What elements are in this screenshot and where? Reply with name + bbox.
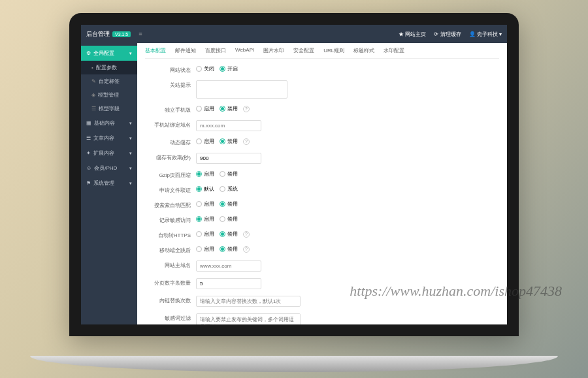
log-disable[interactable]: 禁用 [220,215,238,223]
sidebar-item-ext[interactable]: ✦扩展内容▾ [81,146,137,161]
mobile-jump-label: 移动端全跳后 [145,245,196,254]
sidebar-item-member[interactable]: ☺会员/PHD▾ [81,161,137,176]
tab-security[interactable]: 安全配置 [293,47,314,54]
laptop-base [30,356,558,372]
https-enable[interactable]: 启用 [196,230,214,238]
home-link[interactable]: ★ 网站主页 [399,31,426,38]
cache-time-input[interactable] [196,153,261,164]
dyn-cache-enable[interactable]: 启用 [196,138,214,145]
app-header: 后台管理 V3.1.5 ≡ ★ 网站主页 ⟳ 清理缓存 👤 壳子科技 ▾ [81,25,507,43]
sidebar-sub-fields[interactable]: ☰模型字段 [81,102,137,116]
site-status-open[interactable]: 开启 [220,65,238,72]
search-auto-disable[interactable]: 禁用 [220,200,238,208]
filter-label: 敏感词过滤 [145,313,196,322]
apply-default[interactable]: 默认 [196,185,214,193]
close-tip-textarea[interactable] [196,80,287,99]
tab-title[interactable]: 标题样式 [353,47,374,54]
apply-system[interactable]: 系统 [220,185,238,193]
sidebar-item-global[interactable]: ⚙ 全局配置 ▾ [81,46,137,61]
tab-url[interactable]: URL规则 [323,47,344,54]
mobile-domain-input[interactable] [196,120,261,131]
cache-time-label: 缓存有效期(秒) [145,153,196,161]
search-auto-enable[interactable]: 启用 [196,200,214,208]
mobile-label: 独立手机版 [145,105,196,114]
close-tip-label: 关站提示 [145,80,196,89]
site-status-close[interactable]: 关闭 [196,65,214,72]
user-menu[interactable]: 👤 壳子科技 ▾ [469,31,502,38]
https-disable[interactable]: 禁用 [220,230,238,238]
menu-toggle-icon[interactable]: ≡ [139,31,142,37]
gzip-enable[interactable]: 启用 [196,170,214,178]
inlink-label: 内链替换次数 [145,296,196,304]
version-badge: V3.1.5 [112,31,131,37]
inlink-input[interactable] [196,296,301,307]
apply-label: 申请文件取证 [145,185,196,194]
help-icon[interactable]: ? [243,106,250,112]
gzip-disable[interactable]: 禁用 [220,170,238,178]
tab-baidu[interactable]: 百度接口 [205,47,226,54]
sidebar: ⚙ 全局配置 ▾ •配置参数 ✎自定标签 ◈模型管理 ☰模型字段 ▦基础内容▾ … [81,43,137,324]
sidebar-sub-config[interactable]: •配置参数 [81,61,137,74]
gzip-label: Gzip页面压缩 [145,170,196,179]
tab-watermark[interactable]: 图片水印 [263,47,284,54]
site-status-label: 网站状态 [145,65,196,74]
help-icon[interactable]: ? [243,231,250,238]
tab-basic[interactable]: 基本配置 [145,47,166,54]
https-label: 自动转HTTPS [145,230,196,239]
help-icon[interactable]: ? [243,246,250,253]
log-label: 记录敏感访问 [145,215,196,224]
tab-webapi[interactable]: WebAPI [235,47,254,54]
sidebar-sub-model[interactable]: ◈模型管理 [81,88,137,102]
chevron-down-icon: ▾ [129,51,132,56]
page-num-input[interactable] [196,278,261,289]
main-panel: 基本配置 邮件通知 百度接口 WebAPI 图片水印 安全配置 URL规则 标题… [137,43,507,324]
tab-bar: 基本配置 邮件通知 百度接口 WebAPI 图片水印 安全配置 URL规则 标题… [145,47,499,59]
mobile-enable[interactable]: 启用 [196,105,214,112]
tab-wm2[interactable]: 水印配置 [384,47,404,54]
gear-icon: ⚙ [86,50,91,56]
filter-textarea[interactable] [196,313,301,324]
page-num-label: 分页数字条数量 [145,278,196,287]
clear-cache-link[interactable]: ⟳ 清理缓存 [434,31,461,38]
mobile-disable[interactable]: 禁用 [220,105,238,112]
sidebar-item-article[interactable]: ☰文章内容▾ [81,131,137,146]
mobile-jump-disable[interactable]: 禁用 [220,245,238,253]
search-auto-label: 搜索索自动匹配 [145,200,196,209]
dyn-cache-disable[interactable]: 禁用 [220,138,238,145]
sidebar-item-base[interactable]: ▦基础内容▾ [81,116,137,131]
dyn-cache-label: 动态缓存 [145,138,196,146]
main-domain-label: 网站主域名 [145,260,196,269]
log-enable[interactable]: 启用 [196,215,214,223]
app-title: 后台管理 [86,30,110,39]
main-domain-input[interactable] [196,260,261,272]
help-icon[interactable]: ? [243,138,250,145]
sidebar-sub-tags[interactable]: ✎自定标签 [81,74,137,88]
tab-mail[interactable]: 邮件通知 [175,47,196,54]
mobile-jump-enable[interactable]: 启用 [196,245,214,253]
mobile-domain-label: 手机站绑定域名 [145,120,196,129]
sidebar-item-system[interactable]: ⚑系统管理▾ [81,176,137,191]
